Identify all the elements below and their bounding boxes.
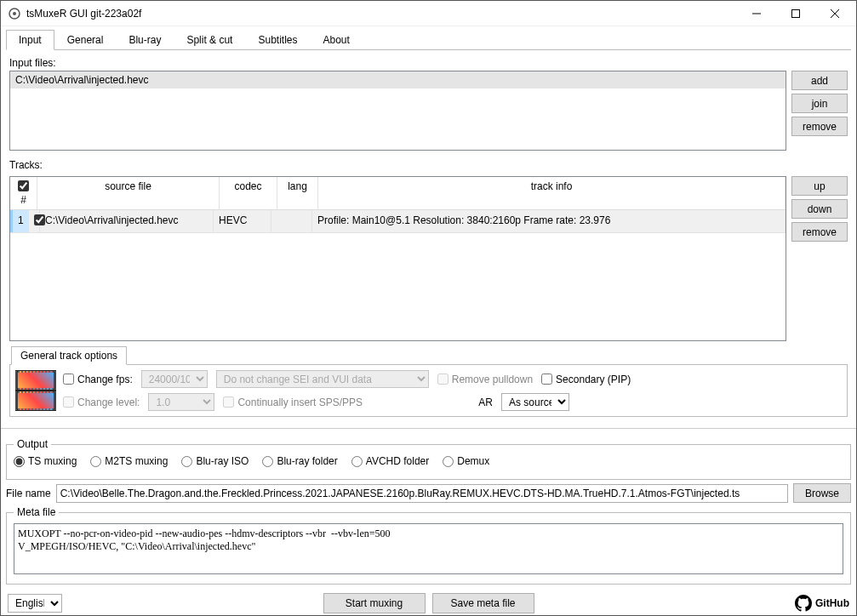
output-fieldset: Output TS muxing M2TS muxing Blu-ray ISO… (6, 438, 851, 480)
input-files-label: Input files: (9, 54, 848, 71)
fps-select[interactable]: 24000/1001 (141, 370, 208, 388)
tracks-label: Tracks: (9, 156, 848, 173)
move-up-button[interactable]: up (791, 176, 848, 196)
tab-bluray[interactable]: Blu-ray (116, 30, 174, 50)
remove-pulldown-checkbox[interactable]: Remove pulldown (437, 374, 533, 385)
track-row[interactable]: 1 C:\Video\Arrival\injected.hevc HEVC Pr… (10, 210, 786, 233)
tab-general-track-options[interactable]: General track options (11, 346, 127, 365)
header-checkbox[interactable]: # (10, 177, 37, 209)
tab-general[interactable]: General (54, 30, 117, 50)
radio-avchd-folder[interactable]: AVCHD folder (351, 455, 429, 467)
track-codec: HEVC (214, 210, 271, 232)
track-lang (271, 210, 312, 232)
tab-subtitles[interactable]: Subtitles (245, 30, 310, 50)
level-select[interactable]: 1.0 (148, 393, 214, 411)
remove-track-button[interactable]: remove (791, 222, 848, 242)
continually-insert-checkbox[interactable]: Continually insert SPS/PPS (223, 396, 363, 408)
titlebar: tsMuxeR GUI git-223a02f (1, 1, 856, 26)
app-icon (8, 7, 21, 20)
radio-m2ts-muxing[interactable]: M2TS muxing (90, 455, 168, 467)
save-meta-button[interactable]: Save meta file (432, 593, 534, 613)
tab-about[interactable]: About (310, 30, 362, 50)
ar-select[interactable]: As source (501, 393, 569, 411)
join-button[interactable]: join (791, 94, 848, 113)
tab-input[interactable]: Input (6, 30, 54, 50)
meta-textarea[interactable]: MUXOPT --no-pcr-on-video-pid --new-audio… (14, 523, 843, 574)
radio-ts-muxing[interactable]: TS muxing (14, 455, 77, 467)
window-title: tsMuxeR GUI git-223a02f (26, 8, 737, 20)
header-num: # (20, 194, 26, 206)
header-codec[interactable]: codec (220, 177, 277, 209)
minimize-button[interactable] (737, 1, 776, 26)
main-tabbar: Input General Blu-ray Split & cut Subtit… (1, 26, 856, 50)
svg-rect-3 (792, 9, 800, 17)
radio-bluray-iso[interactable]: Blu-ray ISO (181, 455, 249, 467)
track-source: C:\Video\Arrival\injected.hevc (40, 210, 214, 232)
radio-bluray-folder[interactable]: Blu-ray folder (262, 455, 337, 467)
maximize-button[interactable] (776, 1, 815, 26)
track-info: Profile: Main10@5.1 Resolution: 3840:216… (312, 210, 786, 232)
filename-label: File name (6, 488, 51, 499)
header-source[interactable]: source file (37, 177, 220, 209)
language-select[interactable]: English (8, 594, 62, 613)
github-link[interactable]: GitHub (795, 595, 849, 612)
bottom-bar: English Start muxing Save meta file GitH… (1, 588, 856, 616)
input-files-list[interactable]: C:\Video\Arrival\injected.hevc (9, 71, 786, 151)
meta-fieldset: Meta file MUXOPT --no-pcr-on-video-pid -… (6, 506, 851, 585)
add-button[interactable]: add (791, 71, 848, 90)
github-label: GitHub (815, 597, 849, 609)
tracks-table: # source file codec lang track info 1 C:… (9, 176, 786, 341)
tracks-header: # source file codec lang track info (10, 177, 786, 210)
track-num: 1 (10, 210, 29, 232)
close-button[interactable] (815, 1, 854, 26)
github-icon (795, 595, 812, 612)
film-strip-icon (15, 370, 56, 411)
meta-legend: Meta file (14, 506, 59, 518)
ar-label: AR (478, 396, 493, 408)
secondary-pip-checkbox[interactable]: Secondary (PIP) (541, 374, 631, 385)
input-file-row[interactable]: C:\Video\Arrival\injected.hevc (10, 71, 786, 88)
svg-point-1 (13, 12, 16, 15)
change-fps-checkbox[interactable]: Change fps: (63, 374, 133, 385)
sei-select[interactable]: Do not change SEI and VUI data (216, 370, 429, 388)
change-level-checkbox[interactable]: Change level: (63, 396, 140, 408)
remove-input-button[interactable]: remove (791, 117, 848, 136)
browse-button[interactable]: Browse (793, 483, 851, 503)
header-info[interactable]: track info (318, 177, 786, 209)
move-down-button[interactable]: down (791, 199, 848, 219)
gto-panel: Change fps: 24000/1001 Do not change SEI… (9, 364, 848, 417)
radio-demux[interactable]: Demux (443, 455, 489, 467)
header-lang[interactable]: lang (277, 177, 318, 209)
tab-splitcut[interactable]: Split & cut (174, 30, 245, 50)
filename-input[interactable] (56, 484, 788, 503)
output-legend: Output (14, 438, 51, 450)
start-muxing-button[interactable]: Start muxing (323, 593, 426, 613)
